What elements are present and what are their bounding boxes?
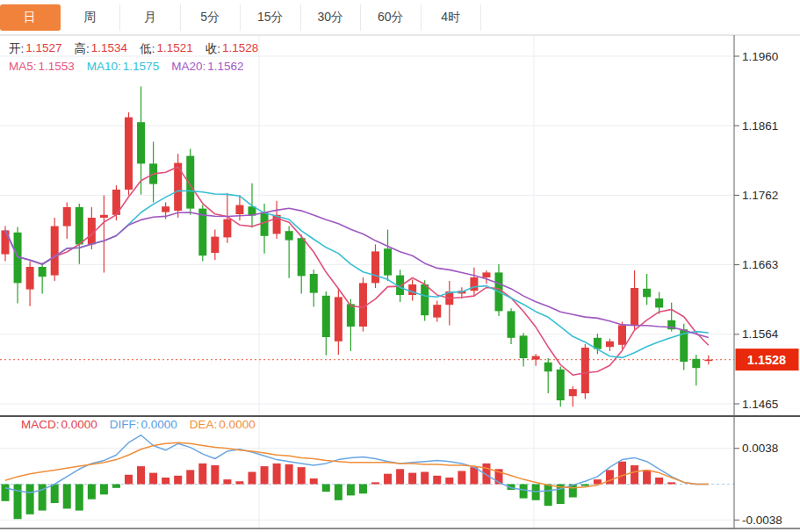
svg-text:1.1663: 1.1663 <box>742 258 778 271</box>
svg-text:1.1861: 1.1861 <box>742 119 778 133</box>
timeframe-tabs: 日周月5分15分30分60分4时 <box>0 0 800 35</box>
tab-month[interactable]: 月 <box>120 4 181 31</box>
ma5-line <box>5 167 709 375</box>
tab-30min[interactable]: 30分 <box>301 4 362 31</box>
tab-4hour[interactable]: 4时 <box>422 4 482 31</box>
current-price-tag: 1.1528 <box>736 349 799 370</box>
macd-pane-histogram[interactable] <box>2 462 676 520</box>
forex-chart-app: { "toolbar": { "tabs": [ {"id":"day","la… <box>0 0 800 532</box>
tab-60min[interactable]: 60分 <box>361 4 422 31</box>
svg-text:1.1564: 1.1564 <box>742 327 779 341</box>
price-axis: 1.19601.18611.17621.16631.15641.14650.00… <box>734 35 782 528</box>
ma20-line <box>5 208 709 337</box>
price-pane-candles[interactable] <box>2 86 713 406</box>
svg-text:1.1762: 1.1762 <box>742 189 778 202</box>
svg-text:-0.0038: -0.0038 <box>742 514 782 527</box>
svg-text:1.1465: 1.1465 <box>742 398 778 411</box>
tab-15min[interactable]: 15分 <box>241 4 301 31</box>
ma10-line <box>5 191 709 357</box>
svg-text:1.1528: 1.1528 <box>747 353 786 367</box>
svg-text:1.1960: 1.1960 <box>742 50 778 63</box>
chart-canvas[interactable]: 1.19601.18611.17621.16631.15641.14650.00… <box>0 35 800 532</box>
tab-day[interactable]: 日 <box>0 4 61 31</box>
svg-text:0.0038: 0.0038 <box>742 442 778 455</box>
tab-week[interactable]: 周 <box>61 4 121 31</box>
tab-5min[interactable]: 5分 <box>181 4 241 31</box>
dea-line <box>5 442 709 488</box>
